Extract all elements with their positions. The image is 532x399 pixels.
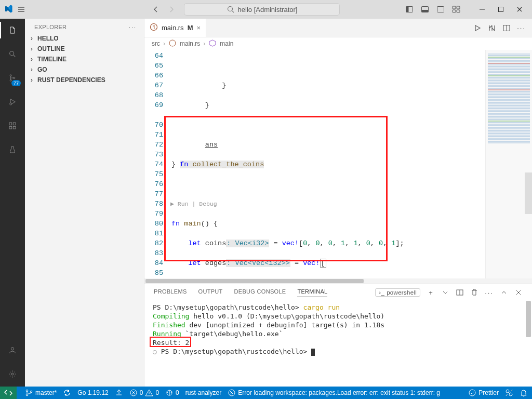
sidebar-item-hello[interactable]: ›HELLO <box>25 33 144 44</box>
terminal-trash-icon[interactable] <box>470 288 478 297</box>
terminal-split-icon[interactable] <box>456 288 464 297</box>
status-problems[interactable]: 0 0 <box>129 389 159 397</box>
svg-point-35 <box>509 393 512 396</box>
search-title: hello [Administrator] <box>238 6 298 14</box>
panel-close-icon[interactable] <box>514 288 523 297</box>
terminal-new-icon[interactable]: + <box>427 288 435 297</box>
minimize-icon[interactable] <box>478 5 486 14</box>
layout-sidebar-right-icon[interactable] <box>436 5 445 14</box>
forward-icon[interactable] <box>167 5 176 14</box>
svg-text:R: R <box>153 25 155 30</box>
svg-point-11 <box>10 51 14 56</box>
status-bar: master* Go 1.19.12 0 0 0 rust-analyzer E… <box>0 387 532 399</box>
panel-tab-output[interactable]: OUTPUT <box>198 288 223 297</box>
tab-modified: M <box>188 24 193 32</box>
activity-explorer-icon[interactable] <box>5 23 20 37</box>
svg-rect-2 <box>406 7 409 12</box>
explorer-sidebar: EXPLORER ··· ›HELLO ›OUTLINE ›TIMELINE ›… <box>25 19 144 387</box>
status-go-update-icon[interactable] <box>115 389 123 397</box>
editor: R main.rs M × ··· src› main.rs› main 646… <box>144 19 532 387</box>
nav-arrows <box>152 5 176 14</box>
status-remote-icon[interactable] <box>0 387 17 399</box>
svg-point-21 <box>11 373 14 375</box>
editor-hscroll[interactable] <box>144 278 532 284</box>
status-bell-icon[interactable] <box>520 389 528 397</box>
activity-extensions-icon[interactable] <box>5 118 20 133</box>
activity-debug-icon[interactable] <box>5 95 20 109</box>
svg-point-15 <box>10 103 12 105</box>
run-icon[interactable] <box>473 24 482 32</box>
status-sync-icon[interactable] <box>63 389 71 397</box>
svg-rect-10 <box>499 7 503 12</box>
tab-main-rs[interactable]: R main.rs M × <box>144 19 206 37</box>
svg-rect-4 <box>422 10 429 12</box>
svg-point-12 <box>10 75 11 76</box>
tab-close-icon[interactable]: × <box>196 24 201 32</box>
scm-badge: 77 <box>11 80 21 86</box>
svg-rect-19 <box>13 123 16 125</box>
rust-file-icon: R <box>150 23 158 33</box>
layout-sidebar-left-icon[interactable] <box>405 5 414 14</box>
sidebar-item-rustdeps[interactable]: ›RUST DEPENDENCIES <box>25 75 144 85</box>
panel-collapse-icon[interactable] <box>500 288 508 297</box>
status-go[interactable]: Go 1.19.12 <box>77 389 108 396</box>
svg-point-13 <box>10 79 11 81</box>
panel-tab-problems[interactable]: PROBLEMS <box>154 288 187 297</box>
codelens-run-debug[interactable]: ▶ Run | Debug <box>170 199 485 209</box>
sidebar-item-go[interactable]: ›GO <box>25 64 144 75</box>
svg-rect-8 <box>453 10 456 12</box>
svg-point-14 <box>14 77 15 79</box>
activity-search-icon[interactable] <box>5 47 20 61</box>
editor-more-icon[interactable]: ··· <box>517 24 526 32</box>
breadcrumb[interactable]: src› main.rs› main <box>144 37 532 50</box>
sidebar-item-timeline[interactable]: ›TIMELINE <box>25 54 144 64</box>
svg-point-28 <box>26 394 28 396</box>
explorer-more-icon[interactable]: ··· <box>129 24 137 30</box>
status-ports[interactable]: 0 <box>165 389 179 397</box>
code-content[interactable]: } } ans } fn collect_the_coins ▶ Run | D… <box>167 50 485 278</box>
panel-tab-debug[interactable]: DEBUG CONSOLE <box>234 288 286 297</box>
menu-icon[interactable] <box>17 5 26 14</box>
symbol-function-icon <box>208 39 217 49</box>
svg-point-27 <box>26 390 28 392</box>
explorer-title: EXPLORER <box>34 24 66 30</box>
activity-scm-icon[interactable]: 77 <box>5 71 20 85</box>
maximize-icon[interactable] <box>497 5 505 14</box>
editor-tabs: R main.rs M × ··· <box>144 19 532 37</box>
close-icon[interactable] <box>515 5 524 14</box>
svg-rect-18 <box>13 126 16 129</box>
terminal-more-icon[interactable]: ··· <box>485 289 494 297</box>
svg-rect-7 <box>457 6 460 9</box>
terminal[interactable]: PS D:\mysetup\gopath\rustcode\hello> car… <box>144 301 532 387</box>
svg-rect-5 <box>437 7 444 12</box>
svg-point-20 <box>11 348 14 350</box>
split-icon[interactable] <box>502 24 511 32</box>
layout-panel-icon[interactable] <box>421 5 429 14</box>
panel: PROBLEMS OUTPUT DEBUG CONSOLE TERMINAL ›… <box>144 284 532 387</box>
status-feedback-icon[interactable] <box>505 389 513 397</box>
svg-point-34 <box>506 390 509 393</box>
activity-bar: 77 <box>0 19 25 387</box>
status-branch[interactable]: master* <box>25 389 57 397</box>
line-gutter: 6465666768697071727374757677787980818283… <box>144 50 167 278</box>
command-center[interactable]: hello [Administrator] <box>184 3 340 16</box>
activity-account-icon[interactable] <box>5 343 20 357</box>
layout-custom-icon[interactable] <box>452 5 460 14</box>
tab-label: main.rs <box>162 24 184 32</box>
terminal-shell-select[interactable]: ›_powershell <box>375 288 420 297</box>
svg-point-33 <box>469 390 475 396</box>
titlebar: hello [Administrator] <box>0 0 532 19</box>
status-prettier[interactable]: Prettier <box>468 389 499 397</box>
minimap[interactable] <box>485 50 532 278</box>
back-icon[interactable] <box>152 5 160 14</box>
activity-testing-icon[interactable] <box>5 142 20 157</box>
status-error-msg[interactable]: Error loading workspace: packages.Load e… <box>228 389 440 397</box>
svg-rect-17 <box>9 126 12 129</box>
terminal-chevron-icon[interactable] <box>441 288 449 297</box>
diff-icon[interactable] <box>488 24 496 32</box>
svg-point-0 <box>228 7 232 11</box>
status-rust-analyzer[interactable]: rust-analyzer <box>185 389 221 396</box>
sidebar-item-outline[interactable]: ›OUTLINE <box>25 44 144 54</box>
activity-settings-icon[interactable] <box>5 367 20 381</box>
panel-tab-terminal[interactable]: TERMINAL <box>297 288 327 297</box>
